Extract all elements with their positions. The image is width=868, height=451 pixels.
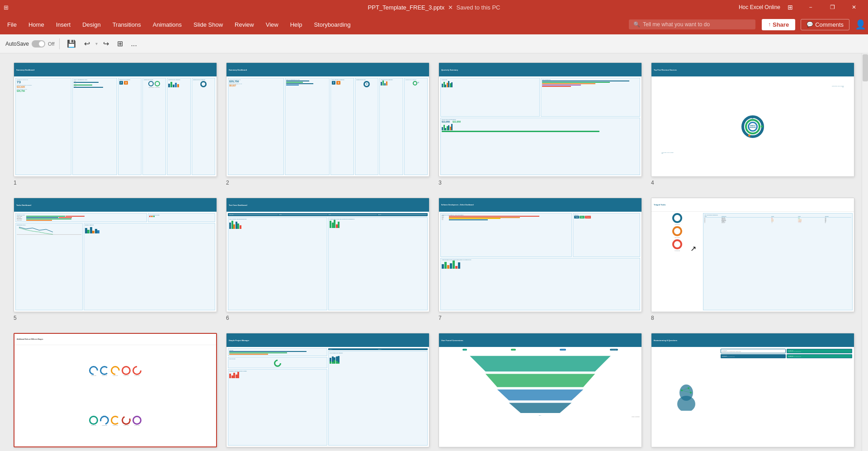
app-icon: ⊞ [4,4,9,11]
slide-number: 2 [226,179,429,187]
slide-number: 12 [651,449,854,451]
slide-thumbnail[interactable]: Test Case Dashboard TEST CASES PASSED FA… [226,198,429,312]
menu-bar: File Home Insert Design Transitions Anim… [0,14,868,34]
menu-review[interactable]: Review [229,19,259,31]
window-controls[interactable]: − ❐ ✕ [800,0,864,14]
toolbar: AutoSave Off 💾 ↩ ▾ ↪ ⊞ ... [0,34,868,53]
slide-item: Software Development – Defect Dashboard … [439,198,642,322]
vertical-scrollbar[interactable] [862,53,868,451]
slide-thumbnail[interactable]: Top Five Revenue Sources SAMPLEHEADING [651,62,854,177]
menu-home[interactable]: Home [23,19,50,31]
app-name-label: Hoc Excel Online [739,4,780,10]
slide-item: Quarterly Summary CASH FLOW [439,62,642,187]
svg-marker-3 [509,403,571,413]
undo-button[interactable]: ↩ [81,38,93,50]
menu-design[interactable]: Design [77,19,106,31]
slide-thumbnail[interactable]: Tasks Dashboard PROJECT STATUS Ongoing A… [14,198,217,312]
slide-number: 6 [226,314,429,322]
slide-number: 7 [439,314,642,322]
share-icon: ↑ [768,21,771,28]
menu-right-actions: ↑ Share 💬 Comments 👤 [762,19,866,30]
slide-number: 10 [226,449,429,451]
grid-icon: ⊞ [788,4,793,11]
slide-item: Simple Project Manager Timelines [226,333,429,451]
menu-help[interactable]: Help [285,19,308,31]
more-tools-button[interactable]: ... [128,38,140,50]
menu-storyboarding[interactable]: Storyboarding [308,19,356,31]
slide-thumbnail[interactable]: Summary Dashboard AMOUNT OF CONTRACTS $3… [226,62,429,177]
slide-thumbnail[interactable]: Summary Dashboard NUMBER OF CONTRACTS 73… [14,62,217,177]
svg-marker-1 [486,374,595,387]
search-input[interactable] [643,21,751,28]
slide-number: 4 [651,179,854,187]
search-box[interactable]: 🔍 [629,19,755,29]
menu-slideshow[interactable]: Slide Show [188,19,228,31]
share-button[interactable]: ↑ Share [762,19,795,30]
slide-number: 5 [14,314,217,322]
slide-item: Triaged Tasks Completed Tasks Tasks in P… [651,198,854,322]
slide-thumbnail[interactable]: Simple Project Manager Timelines [226,333,429,447]
title-bar: ⊞ PPT_Template_FREE_3.pptx ✕ Saved to th… [0,0,868,14]
slide-item: Summary Dashboard NUMBER OF CONTRACTS 73… [14,62,217,187]
slide-item: User Funnel Conversions 2.5k 2-2.5k 1.5-… [439,333,642,451]
slide-thumbnail[interactable]: User Funnel Conversions 2.5k 2-2.5k 1.5-… [439,333,642,447]
svg-marker-2 [497,389,583,400]
menu-view[interactable]: View [260,19,284,31]
autosave-group: AutoSave Off [5,40,55,47]
search-icon: 🔍 [633,21,640,28]
svg-marker-0 [470,356,610,372]
slide-grid: Summary Dashboard NUMBER OF CONTRACTS 73… [14,62,854,451]
slide-number: 1 [14,179,217,187]
slide-item: Tasks Dashboard PROJECT STATUS Ongoing A… [14,198,217,322]
menu-animations[interactable]: Animations [147,19,187,31]
svg-point-5 [677,396,695,411]
autosave-state: Off [48,41,54,47]
toolbar-divider-1 [59,38,60,49]
save-button[interactable]: 💾 [64,38,79,50]
menu-file[interactable]: File [2,19,22,31]
user-icon: 👤 [855,19,866,30]
menu-transitions[interactable]: Transitions [107,19,146,31]
layout-button[interactable]: ⊞ [114,38,126,50]
slide-item: Summary Dashboard AMOUNT OF CONTRACTS $3… [226,62,429,187]
slide-thumbnail[interactable]: Triaged Tasks Completed Tasks Tasks in P… [651,198,854,312]
slide-number: 8 [651,314,854,322]
comment-icon: 💬 [807,21,813,28]
slide-number: 3 [439,179,642,187]
autosave-toggle[interactable] [32,40,45,47]
slide-grid-container: Summary Dashboard NUMBER OF CONTRACTS 73… [0,53,868,451]
document-title: PPT_Template_FREE_3.pptx ✕ Saved to this… [368,4,500,11]
slide-number: 11 [439,449,642,451]
slide-item: Additional Dials at Different Stages Com… [14,333,217,451]
slide-thumbnail[interactable]: Additional Dials at Different Stages Com… [14,333,217,447]
title-bar-right: Hoc Excel Online ⊞ − ❐ ✕ [739,0,864,14]
slide-thumbnail[interactable]: Quarterly Summary CASH FLOW [439,62,642,177]
comments-button[interactable]: 💬 Comments [801,19,849,30]
slide-item: Top Five Revenue Sources SAMPLEHEADING [651,62,854,187]
menu-insert[interactable]: Insert [51,19,76,31]
slide-number: 9 [14,449,217,451]
slide-thumbnail[interactable]: Software Development – Defect Dashboard … [439,198,642,312]
slide-item: Brainstorming & Questions [651,333,854,451]
redo-button[interactable]: ↪ [100,38,112,50]
restore-button[interactable]: ❐ [822,0,843,14]
minimize-button[interactable]: − [800,0,821,14]
close-button[interactable]: ✕ [844,0,864,14]
slide-thumbnail[interactable]: Brainstorming & Questions [651,333,854,447]
autosave-label: AutoSave [5,41,29,47]
undo-arrow: ▾ [95,41,98,46]
slide-item: Test Case Dashboard TEST CASES PASSED FA… [226,198,429,322]
